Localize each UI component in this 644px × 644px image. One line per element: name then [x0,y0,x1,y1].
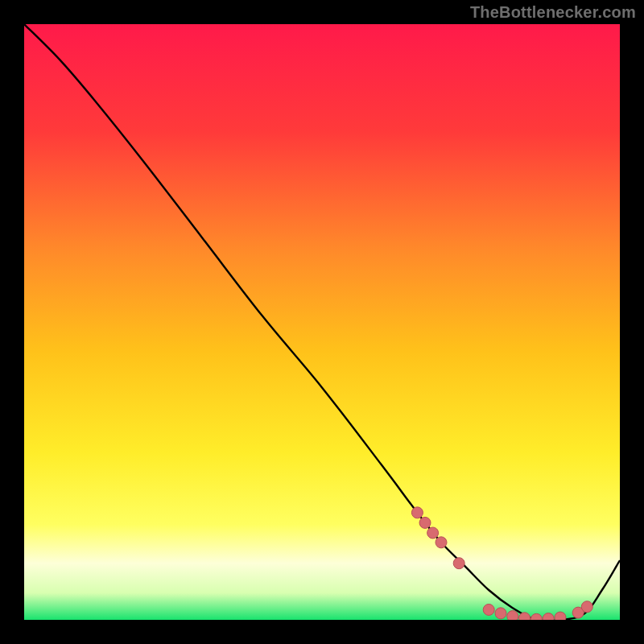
marker-segment-a [419,517,431,528]
marker-flat-c [495,608,506,619]
marker-flat-c [507,611,518,620]
gradient-background [24,24,620,620]
marker-flat-c [519,613,530,620]
marker-segment-a [436,537,447,548]
plot-area [24,24,620,620]
marker-flat-c [555,612,566,620]
marker-segment-a [427,527,439,539]
marker-segment-d [581,601,592,613]
bottleneck-chart [24,24,620,620]
attribution-watermark: TheBottlenecker.com [470,3,636,22]
chart-frame: TheBottlenecker.com [0,0,644,644]
marker-segment-a [411,507,423,518]
marker-single-b [453,558,464,569]
marker-flat-c [483,604,494,615]
